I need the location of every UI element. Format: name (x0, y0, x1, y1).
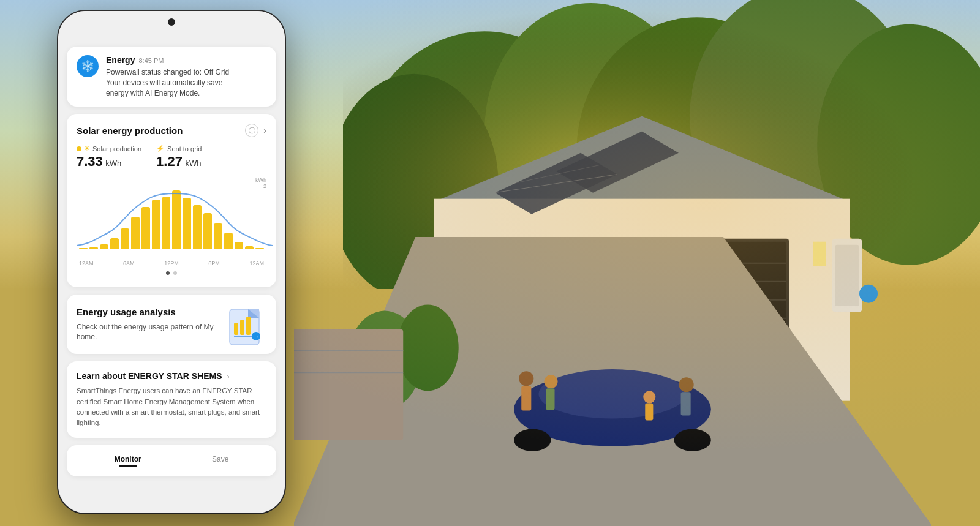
solar-section-header: Solar energy production ⓘ › (77, 124, 266, 137)
phone-camera (168, 18, 175, 26)
svg-rect-46 (234, 323, 238, 335)
svg-point-30 (519, 371, 533, 386)
svg-text:→: → (254, 334, 259, 340)
notification-card: ❄️ Energy 8:45 PM Powerwall status chang… (67, 47, 276, 107)
nav-item-monitor[interactable]: Monitor (102, 453, 154, 469)
energy-analysis-icon: → (227, 304, 266, 344)
energy-app-icon: ❄️ (77, 55, 99, 77)
svg-rect-48 (246, 317, 251, 335)
chart-page-dots (77, 271, 266, 275)
save-tab-label: Save (212, 455, 228, 464)
chart-label-12am-end: 12AM (249, 260, 264, 266)
notification-message: Powerwall status changed to: Off Grid Yo… (106, 67, 229, 98)
phone-device: ❄️ Energy 8:45 PM Powerwall status chang… (58, 11, 285, 513)
notification-time: 8:45 PM (138, 57, 164, 64)
dot-2 (173, 271, 177, 275)
svg-rect-33 (546, 388, 554, 410)
svg-point-39 (397, 304, 459, 391)
svg-point-34 (643, 391, 655, 403)
chart-label-12am: 12AM (79, 260, 94, 266)
svg-rect-40 (294, 329, 403, 440)
solar-chart: kWh2 (77, 177, 266, 266)
usage-analysis-title: Energy usage analysis (77, 307, 227, 317)
solar-production-stat: ☀ Solar production 7.33 kWh (77, 145, 141, 170)
grid-label: ⚡ Sent to grid (156, 145, 202, 152)
notification-app-name: Energy (106, 55, 135, 65)
svg-point-32 (544, 375, 557, 388)
chart-label-12pm: 12PM (164, 260, 179, 266)
chart-curve-svg (77, 190, 273, 249)
energy-star-card[interactable]: Learn about ENERGY STAR SHEMS › SmartThi… (67, 361, 276, 438)
grid-value-display: 1.27 kWh (156, 154, 202, 170)
solar-section-card: Solar energy production ⓘ › ☀ Solar prod… (67, 114, 276, 287)
dot-1 (166, 271, 170, 275)
kwh-axis-label: kWh2 (77, 177, 266, 189)
notification-content: Energy 8:45 PM Powerwall status changed … (106, 55, 229, 98)
energy-star-description: SmartThings Energy users can have an ENE… (77, 386, 266, 428)
chart-label-6am: 6AM (123, 260, 135, 266)
svg-point-27 (538, 369, 686, 418)
chart-container (77, 190, 266, 258)
notification-header: Energy 8:45 PM (106, 55, 229, 65)
monitor-tab-label: Monitor (115, 455, 141, 464)
solar-chevron-icon[interactable]: › (263, 126, 266, 135)
svg-rect-37 (681, 392, 691, 415)
monitor-tab-underline (119, 465, 137, 467)
chart-time-labels: 12AM 6AM 12PM 6PM 12AM (77, 260, 266, 266)
phone-frame: ❄️ Energy 8:45 PM Powerwall status chang… (58, 11, 285, 513)
svg-point-28 (514, 429, 551, 451)
energy-star-title: Learn about ENERGY STAR SHEMS (77, 371, 222, 381)
svg-point-29 (674, 429, 711, 451)
solar-section-icons: ⓘ › (245, 124, 266, 137)
usage-analysis-description: Check out the energy usage pattern of My… (77, 322, 227, 343)
energy-usage-card[interactable]: Energy usage analysis Check out the ener… (67, 295, 276, 354)
phone-screen[interactable]: ❄️ Energy 8:45 PM Powerwall status chang… (58, 11, 285, 513)
energy-stats: ☀ Solar production 7.33 kWh ⚡ Sent (77, 145, 266, 170)
svg-point-36 (679, 377, 694, 392)
bottom-navigation: Monitor Save (67, 445, 276, 476)
grid-production-stat: ⚡ Sent to grid 1.27 kWh (156, 145, 202, 170)
solar-value-display: 7.33 kWh (77, 154, 141, 170)
svg-rect-35 (645, 403, 653, 420)
info-icon[interactable]: ⓘ (245, 124, 258, 137)
energy-star-chevron: › (227, 372, 230, 381)
chart-label-6pm: 6PM (208, 260, 220, 266)
solar-section-title: Solar energy production (77, 126, 183, 136)
svg-rect-47 (240, 320, 244, 335)
svg-rect-31 (521, 386, 531, 410)
energy-star-header: Learn about ENERGY STAR SHEMS › (77, 371, 266, 381)
solar-dot (77, 146, 81, 151)
solar-production-label: ☀ Solar production (77, 145, 141, 152)
nav-item-save[interactable]: Save (200, 453, 241, 469)
usage-text-area: Energy usage analysis Check out the ener… (77, 307, 227, 343)
